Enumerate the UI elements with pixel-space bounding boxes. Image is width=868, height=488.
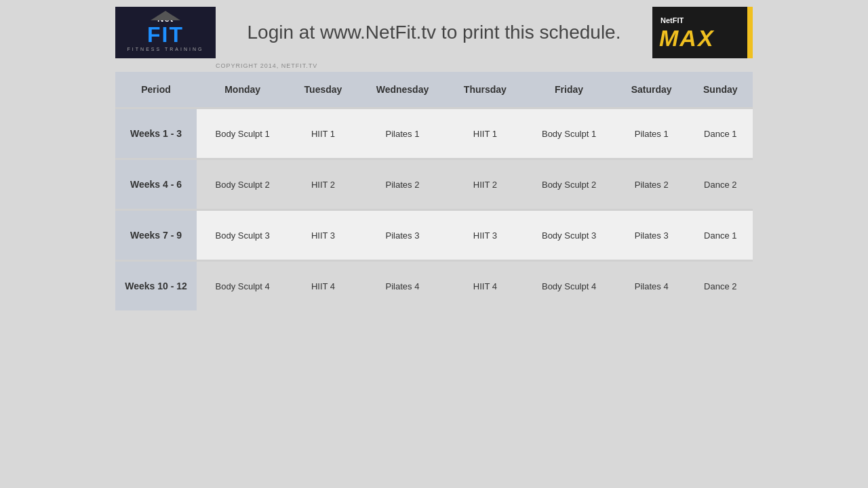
cell-w4-thursday: HIIT 4 [447, 261, 523, 311]
cell-w4-monday: Body Sculpt 4 [197, 261, 288, 311]
table-row: Weeks 4 - 6 Body Sculpt 2 HIIT 2 Pilates… [115, 159, 753, 210]
cell-w1-sunday: Dance 1 [688, 108, 753, 159]
cell-w1-friday: Body Sculpt 1 [523, 108, 614, 159]
col-period: Period [115, 72, 197, 108]
cell-w3-thursday: HIIT 3 [447, 210, 523, 261]
cell-w1-wednesday: Pilates 1 [358, 108, 448, 159]
cell-w1-saturday: Pilates 1 [615, 108, 688, 159]
copyright-text: COPYRIGHT 2014, NETFIT.TV [115, 61, 753, 72]
col-thursday: Thursday [447, 72, 523, 108]
cell-w1-tuesday: HIIT 1 [288, 108, 357, 159]
table-header-row: Period Monday Tuesday Wednesday Thursday… [115, 72, 753, 108]
col-tuesday: Tuesday [288, 72, 357, 108]
period-weeks-1-3: Weeks 1 - 3 [115, 108, 197, 159]
cell-w4-sunday: Dance 2 [688, 261, 753, 311]
logo-subtitle-text: FITNESS TRAINING [127, 47, 204, 52]
period-weeks-4-6: Weeks 4 - 6 [115, 159, 197, 210]
cell-w4-saturday: Pilates 4 [615, 261, 688, 311]
header-title: Login at www.NetFit.tv to print this sch… [216, 22, 652, 43]
cell-w2-sunday: Dance 2 [688, 159, 753, 210]
logo-right-max-text: MAX [659, 25, 715, 52]
col-wednesday: Wednesday [358, 72, 448, 108]
cell-w2-thursday: HIIT 2 [447, 159, 523, 210]
cell-w3-tuesday: HIIT 3 [288, 210, 357, 261]
cell-w2-wednesday: Pilates 2 [358, 159, 448, 210]
logo-right-bar [747, 7, 753, 58]
col-sunday: Sunday [688, 72, 753, 108]
schedule-table: Period Monday Tuesday Wednesday Thursday… [115, 72, 753, 310]
table-row: Weeks 10 - 12 Body Sculpt 4 HIIT 4 Pilat… [115, 261, 753, 311]
logo-left: Net FIT FITNESS TRAINING [115, 7, 216, 58]
cell-w1-monday: Body Sculpt 1 [197, 108, 288, 159]
table-row: Weeks 1 - 3 Body Sculpt 1 HIIT 1 Pilates… [115, 108, 753, 159]
cell-w2-friday: Body Sculpt 2 [523, 159, 614, 210]
logo-right-brand-text: NetFIT [660, 16, 684, 24]
period-weeks-7-9: Weeks 7 - 9 [115, 210, 197, 261]
cell-w3-friday: Body Sculpt 3 [523, 210, 614, 261]
cell-w4-wednesday: Pilates 4 [358, 261, 448, 311]
cell-w4-tuesday: HIIT 4 [288, 261, 357, 311]
roof-icon [151, 11, 180, 20]
cell-w3-monday: Body Sculpt 3 [197, 210, 288, 261]
cell-w2-monday: Body Sculpt 2 [197, 159, 288, 210]
header: Net FIT FITNESS TRAINING Login at www.Ne… [115, 0, 753, 61]
cell-w3-saturday: Pilates 3 [615, 210, 688, 261]
logo-right: NetFIT MAX [652, 7, 753, 58]
cell-w3-sunday: Dance 1 [688, 210, 753, 261]
schedule-container: Period Monday Tuesday Wednesday Thursday… [115, 72, 753, 310]
col-saturday: Saturday [615, 72, 688, 108]
col-friday: Friday [523, 72, 614, 108]
cell-w4-friday: Body Sculpt 4 [523, 261, 614, 311]
cell-w3-wednesday: Pilates 3 [358, 210, 448, 261]
cell-w2-tuesday: HIIT 2 [288, 159, 357, 210]
cell-w1-thursday: HIIT 1 [447, 108, 523, 159]
table-row: Weeks 7 - 9 Body Sculpt 3 HIIT 3 Pilates… [115, 210, 753, 261]
cell-w2-saturday: Pilates 2 [615, 159, 688, 210]
logo-fit-text: FIT [147, 24, 184, 45]
period-weeks-10-12: Weeks 10 - 12 [115, 261, 197, 311]
col-monday: Monday [197, 72, 288, 108]
